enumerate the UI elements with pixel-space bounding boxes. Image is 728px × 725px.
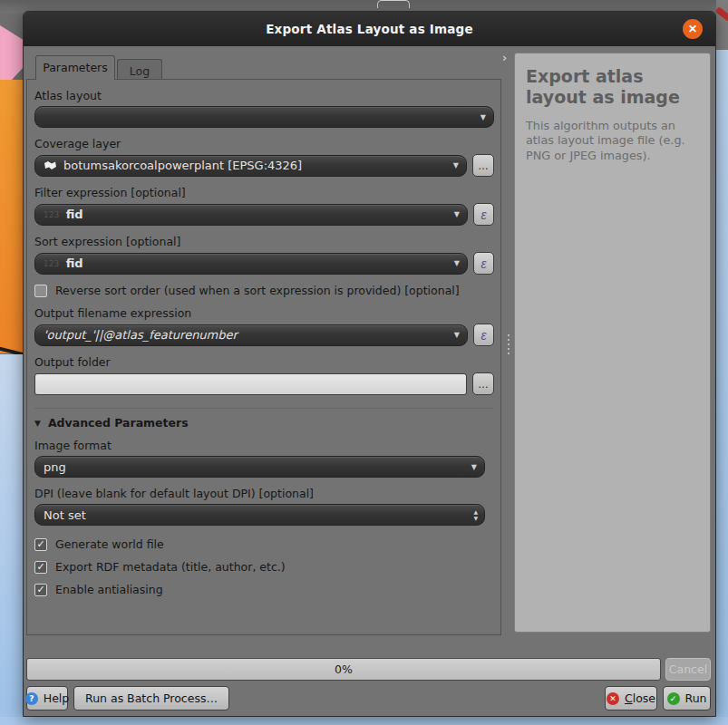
generate-world-file-row[interactable]: ✓ Generate world file: [34, 537, 494, 551]
chevron-down-icon: ▼: [454, 210, 460, 218]
coverage-layer-label: Coverage layer: [34, 137, 494, 150]
atlas-layout-label: Atlas layout: [34, 89, 494, 102]
help-button[interactable]: ? Help: [26, 686, 68, 710]
spinner-arrows-icon[interactable]: ▲ ▼: [473, 508, 478, 521]
advanced-parameters-label: Advanced Parameters: [48, 416, 189, 430]
dpi-spinner[interactable]: Not set ▲ ▼: [34, 504, 485, 526]
expression-epsilon-icon: ε: [480, 256, 486, 271]
tab-parameters[interactable]: Parameters: [35, 55, 115, 80]
help-label: Help: [44, 691, 70, 705]
enable-antialiasing-checkbox[interactable]: ✓: [34, 584, 47, 596]
dialog-titlebar[interactable]: Export Atlas Layout as Image ✕: [24, 12, 715, 46]
export-rdf-label: Export RDF metadata (title, author, etc.…: [55, 560, 286, 574]
filter-expression-value: fid: [66, 208, 83, 221]
reverse-sort-row[interactable]: Reverse sort order (used when a sort exp…: [34, 284, 494, 297]
generate-world-file-checkbox[interactable]: ✓: [34, 538, 47, 551]
coverage-layer-value: botumsakorcoalpowerplant [EPSG:4326]: [63, 159, 302, 172]
close-label: Close: [625, 691, 655, 705]
spin-down-icon[interactable]: ▼: [473, 515, 478, 521]
run-check-icon: ✓: [667, 692, 680, 705]
export-rdf-row[interactable]: ✓ Export RDF metadata (title, author, et…: [34, 560, 494, 574]
ellipsis-icon: …: [478, 160, 489, 172]
output-folder-input[interactable]: [34, 373, 467, 395]
close-button[interactable]: ✕ Close: [605, 686, 657, 710]
splitter-handle[interactable]: [508, 334, 510, 354]
dpi-label: DPI (leave blank for default layout DPI)…: [34, 487, 485, 500]
help-panel-body: This algorithm outputs an atlas layout i…: [526, 119, 699, 164]
chevron-down-icon: ▼: [480, 113, 486, 121]
advanced-parameters-toggle[interactable]: ▼ Advanced Parameters: [34, 408, 494, 430]
image-format-select[interactable]: png ▼: [34, 456, 485, 478]
reverse-sort-label: Reverse sort order (used when a sort exp…: [55, 284, 460, 297]
sort-expression-value: fid: [66, 256, 83, 270]
enable-antialiasing-label: Enable antialiasing: [55, 583, 163, 596]
tab-log[interactable]: Log: [117, 59, 162, 80]
run-button[interactable]: ✓ Run: [663, 686, 711, 710]
filter-expression-builder-button[interactable]: ε: [473, 203, 494, 226]
batch-label: Run as Batch Process…: [85, 691, 218, 705]
run-as-batch-button[interactable]: Run as Batch Process…: [73, 686, 229, 710]
ellipsis-icon: …: [478, 378, 489, 391]
chevron-down-icon: ▼: [453, 161, 459, 169]
image-format-value: png: [44, 460, 66, 474]
expression-epsilon-icon: ε: [480, 328, 486, 343]
export-rdf-checkbox[interactable]: ✓: [34, 561, 47, 574]
window-close-button[interactable]: ✕: [683, 19, 703, 39]
atlas-layout-select[interactable]: ▼: [34, 106, 494, 128]
spin-up-icon[interactable]: ▲: [473, 508, 478, 515]
sort-expression-select[interactable]: 123 fid ▼: [34, 253, 468, 275]
numeric-field-icon: 123: [44, 210, 60, 219]
background-blue-bottom: [0, 717, 728, 725]
polygon-layer-icon: [44, 160, 57, 170]
numeric-field-icon: 123: [44, 259, 60, 268]
close-x-icon: ✕: [607, 692, 619, 705]
parameters-panel: Atlas layout ▼ Coverage layer botumsakor…: [26, 79, 501, 635]
output-filename-value: 'output_'||@atlas_featurenumber: [44, 328, 238, 342]
dpi-value: Not set: [44, 508, 86, 522]
help-icon: ?: [25, 692, 38, 705]
help-panel: Export atlas layout as image This algori…: [514, 53, 711, 633]
help-panel-title: Export atlas layout as image: [526, 66, 699, 108]
coverage-layer-browse-button[interactable]: …: [472, 154, 494, 177]
background-blue-right: [716, 50, 728, 725]
sort-expression-builder-button[interactable]: ε: [473, 252, 494, 275]
sort-expression-label: Sort expression [optional]: [34, 235, 494, 248]
run-label: Run: [685, 691, 707, 705]
close-icon: ✕: [688, 24, 697, 34]
cancel-label: Cancel: [669, 662, 707, 676]
splitter-collapse-arrow[interactable]: ›: [502, 51, 507, 64]
reverse-sort-checkbox[interactable]: [34, 285, 47, 297]
expression-epsilon-icon: ε: [480, 208, 486, 222]
cancel-button: Cancel: [665, 658, 711, 681]
export-atlas-dialog: Export Atlas Layout as Image ✕ Parameter…: [23, 11, 716, 717]
collapse-triangle-icon: ▼: [34, 419, 41, 428]
background-blue-left: [0, 354, 24, 725]
chevron-down-icon: ▼: [471, 463, 477, 471]
dialog-title: Export Atlas Layout as Image: [266, 22, 473, 36]
filter-expression-label: Filter expression [optional]: [34, 186, 494, 199]
output-filename-label: Output filename expression: [34, 306, 494, 320]
coverage-layer-select[interactable]: botumsakorcoalpowerplant [EPSG:4326] ▼: [34, 155, 467, 177]
generate-world-file-label: Generate world file: [55, 537, 164, 551]
background-orange-shape: [0, 80, 24, 353]
image-format-label: Image format: [34, 439, 485, 452]
enable-antialiasing-row[interactable]: ✓ Enable antialiasing: [34, 583, 494, 596]
output-folder-label: Output folder: [34, 355, 494, 369]
output-filename-select[interactable]: 'output_'||@atlas_featurenumber ▼: [34, 324, 468, 346]
chevron-down-icon: ▼: [454, 331, 460, 339]
chevron-down-icon: ▼: [454, 259, 460, 267]
background-button-edge: [377, 0, 410, 8]
output-folder-browse-button[interactable]: …: [472, 372, 494, 395]
filter-expression-select[interactable]: 123 fid ▼: [34, 204, 468, 226]
output-filename-builder-button[interactable]: ε: [473, 324, 494, 346]
progress-bar: 0%: [26, 658, 661, 681]
progress-value: 0%: [335, 662, 353, 676]
